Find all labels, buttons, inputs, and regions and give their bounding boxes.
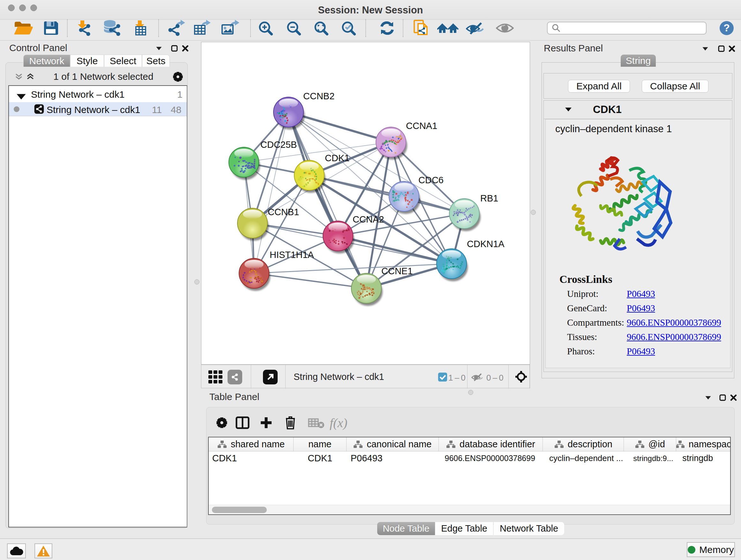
svg-text:CDC6: CDC6	[418, 175, 444, 185]
svg-text:CCNE1: CCNE1	[381, 266, 413, 276]
svg-text:CCNB1: CCNB1	[268, 207, 299, 217]
svg-text:CCNA1: CCNA1	[406, 121, 437, 131]
svg-text:CDC25B: CDC25B	[260, 139, 297, 150]
svg-text:CDKN1A: CDKN1A	[467, 239, 504, 249]
svg-text:HIST1H1A: HIST1H1A	[270, 250, 314, 260]
svg-text:CDK1: CDK1	[325, 153, 349, 163]
svg-text:CCNA2: CCNA2	[353, 214, 384, 225]
svg-text:?: ?	[724, 22, 730, 34]
svg-text:CCNB2: CCNB2	[303, 91, 334, 101]
svg-text:RB1: RB1	[480, 193, 498, 203]
